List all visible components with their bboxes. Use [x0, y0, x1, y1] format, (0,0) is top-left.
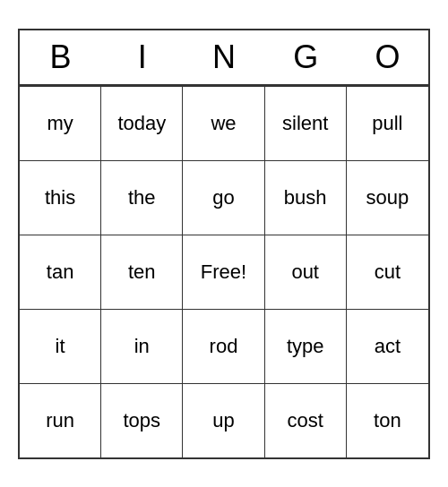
- bingo-cell-0-1: today: [101, 87, 183, 160]
- bingo-cell-0-3: silent: [265, 87, 347, 160]
- header-cell-N: N: [183, 30, 264, 84]
- bingo-row-4: runtopsupcostton: [20, 383, 428, 457]
- bingo-cell-2-0: tan: [20, 235, 101, 309]
- header-cell-B: B: [20, 30, 101, 84]
- bingo-cell-1-4: soup: [347, 161, 428, 235]
- bingo-cell-1-2: go: [183, 161, 264, 235]
- bingo-cell-4-2: up: [183, 384, 264, 457]
- bingo-cell-3-3: type: [265, 310, 347, 383]
- bingo-cell-2-2: Free!: [183, 235, 264, 309]
- bingo-cell-3-0: it: [20, 310, 101, 383]
- bingo-body: mytodaywesilentpullthisthegobushsouptant…: [20, 86, 428, 457]
- bingo-cell-0-4: pull: [347, 87, 428, 160]
- bingo-cell-4-3: cost: [265, 384, 347, 457]
- bingo-row-1: thisthegobushsoup: [20, 160, 428, 235]
- bingo-cell-3-4: act: [347, 310, 428, 383]
- header-cell-I: I: [101, 30, 183, 84]
- bingo-cell-3-2: rod: [183, 310, 264, 383]
- bingo-cell-0-2: we: [183, 87, 264, 160]
- bingo-cell-4-4: ton: [347, 384, 428, 457]
- bingo-cell-1-0: this: [20, 161, 101, 235]
- bingo-cell-2-4: cut: [347, 235, 428, 309]
- bingo-cell-3-1: in: [101, 310, 183, 383]
- bingo-cell-2-3: out: [265, 235, 347, 309]
- bingo-card: BINGO mytodaywesilentpullthisthegobushso…: [18, 29, 430, 459]
- bingo-row-2: tantenFree!outcut: [20, 235, 428, 309]
- bingo-cell-0-0: my: [20, 87, 101, 160]
- bingo-row-3: itinrodtypeact: [20, 309, 428, 383]
- bingo-cell-4-1: tops: [101, 384, 183, 457]
- bingo-header: BINGO: [20, 30, 428, 86]
- bingo-cell-1-1: the: [101, 161, 183, 235]
- header-cell-O: O: [347, 30, 428, 84]
- header-cell-G: G: [265, 30, 347, 84]
- bingo-cell-4-0: run: [20, 384, 101, 457]
- bingo-cell-1-3: bush: [265, 161, 347, 235]
- bingo-row-0: mytodaywesilentpull: [20, 86, 428, 160]
- bingo-cell-2-1: ten: [101, 235, 183, 309]
